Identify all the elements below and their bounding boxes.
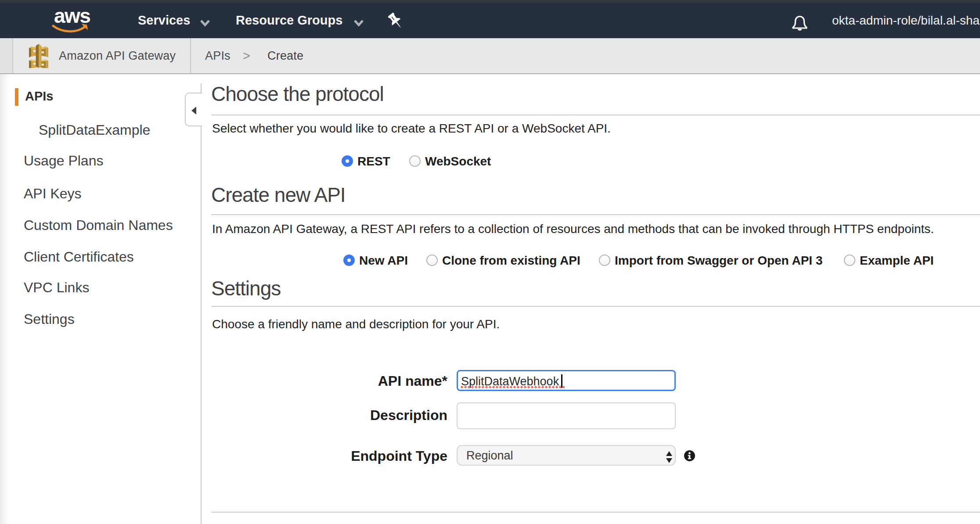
svg-text:aws: aws	[54, 6, 90, 27]
